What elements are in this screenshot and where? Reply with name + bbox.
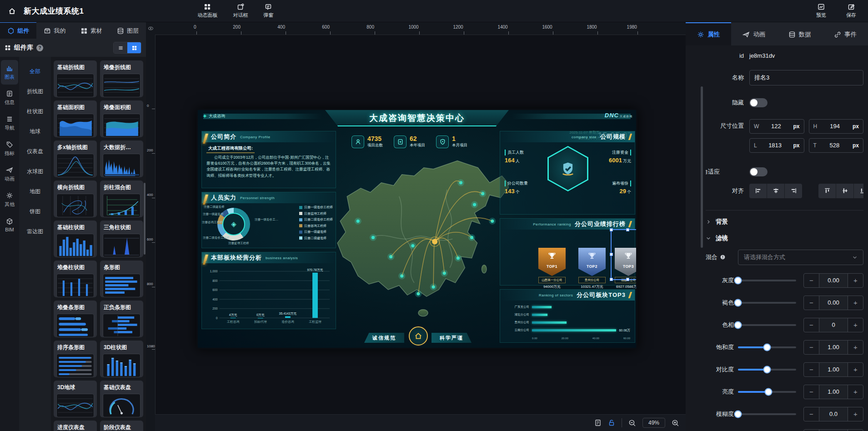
plus-button[interactable]: + (848, 407, 863, 421)
unlock-icon[interactable] (608, 419, 615, 426)
zoom-level[interactable]: 49% (642, 418, 665, 428)
selection-handle[interactable] (610, 253, 613, 256)
component-card-横向折线图[interactable]: 横向折线图 (54, 180, 97, 217)
minus-button[interactable]: − (804, 363, 819, 376)
component-card-堆叠条形图[interactable]: 堆叠条形图 (54, 301, 97, 337)
component-card-基础柱状图[interactable]: 基础柱状图 (54, 221, 97, 257)
left-tab-素材[interactable]: 素材 (73, 22, 110, 39)
plus-button[interactable]: + (848, 363, 863, 376)
minus-button[interactable]: − (804, 407, 819, 421)
minus-button[interactable]: − (804, 318, 819, 332)
plus-button[interactable]: + (848, 274, 863, 287)
component-card-大数据折…[interactable]: 大数据折… (100, 140, 143, 177)
height-field[interactable]: H194px (809, 119, 864, 134)
zoom-in-icon[interactable] (672, 419, 679, 427)
hide-toggle[interactable] (749, 98, 768, 107)
zoom-out-icon[interactable] (628, 419, 636, 427)
subcategory-饼图[interactable]: 饼图 (19, 201, 51, 221)
灰度-slider[interactable] (738, 280, 796, 281)
right-panel-scrollbar[interactable] (701, 86, 703, 248)
selection-box[interactable] (611, 229, 637, 280)
rank-card-TOP2[interactable]: TOP2 贵州分公司10321.47万元 (578, 248, 606, 289)
selection-handle[interactable] (626, 228, 629, 231)
subcategory-水球图[interactable]: 水球图 (19, 161, 51, 181)
component-card-堆叠柱状图[interactable]: 堆叠柱状图 (54, 261, 97, 297)
category-动画[interactable]: 动画 (1, 162, 18, 186)
selection-handle[interactable] (610, 278, 613, 281)
category-导航[interactable]: 导航 (1, 111, 18, 135)
left-tab-图层[interactable]: 图层 (110, 22, 146, 39)
灰度-value[interactable]: 0.00 (819, 274, 848, 287)
autoheight-toggle[interactable] (749, 167, 768, 176)
component-card-基础折线图[interactable]: 基础折线图 (54, 60, 97, 97)
饱和度-value[interactable]: 1.00 (819, 341, 848, 354)
align-right-button[interactable] (785, 184, 802, 198)
plus-button[interactable]: + (848, 385, 863, 399)
透明度-value[interactable]: 1.00 (819, 430, 848, 431)
褐色-value[interactable]: 0.00 (819, 296, 848, 310)
minus-button[interactable]: − (804, 296, 819, 310)
subcategory-折线图[interactable]: 折线图 (19, 81, 51, 101)
help-icon[interactable] (36, 45, 43, 51)
right-tab-属性[interactable]: 属性 (686, 22, 731, 45)
褐色-slider[interactable] (738, 302, 796, 304)
subcategory-全部[interactable]: 全部 (19, 61, 51, 81)
selection-handle[interactable] (626, 278, 629, 281)
component-card-正负条形图[interactable]: 正负条形图 (100, 301, 143, 337)
background-section[interactable]: 背景 (706, 218, 863, 226)
subcategory-地球[interactable]: 地球 (19, 121, 51, 141)
component-card-3D柱状图[interactable]: 3D柱状图 (100, 341, 143, 377)
action-save[interactable]: 保存 (846, 3, 856, 19)
category-信息[interactable]: 信息 (1, 85, 18, 110)
left-tab-组件[interactable]: 组件 (0, 22, 36, 39)
饱和度-slider[interactable] (738, 346, 796, 348)
色相-value[interactable]: 0 (819, 318, 848, 332)
left-panel-scrollbar[interactable] (144, 183, 146, 255)
left-tab-我的[interactable]: 我的 (36, 22, 73, 39)
对比度-slider[interactable] (738, 369, 796, 371)
色相-slider[interactable] (738, 324, 796, 326)
name-input[interactable] (749, 70, 863, 85)
home-button[interactable] (0, 0, 24, 22)
plus-button[interactable]: + (848, 341, 863, 354)
minus-button[interactable]: − (804, 341, 819, 354)
plus-button[interactable]: + (848, 430, 863, 431)
component-card-堆叠折线图[interactable]: 堆叠折线图 (100, 60, 143, 97)
component-card-排序条形图[interactable]: 排序条形图 (54, 341, 97, 377)
对比度-value[interactable]: 1.00 (819, 363, 848, 376)
align-left-button[interactable] (749, 184, 767, 198)
toolbar-grid4[interactable]: 动态面板 (197, 3, 217, 19)
align-center-h-button[interactable] (767, 184, 785, 198)
blend-select[interactable]: 请选择混合方式 (738, 250, 863, 265)
right-tab-事件[interactable]: 事件 (823, 22, 868, 45)
minus-button[interactable]: − (804, 430, 819, 431)
category-BIM[interactable]: BIM (1, 213, 18, 237)
ruler-corner[interactable] (146, 22, 155, 35)
component-card-三角柱状图[interactable]: 三角柱状图 (100, 221, 143, 257)
list-view-button[interactable] (114, 42, 127, 53)
component-card-基础面积图[interactable]: 基础面积图 (54, 100, 97, 137)
action-preview[interactable]: 预览 (816, 3, 826, 19)
canvas-area[interactable]: 0200400600800100012001400160018001980 02… (146, 22, 686, 431)
left-field[interactable]: L1813px (749, 138, 804, 153)
align-bottom-button[interactable] (854, 184, 863, 198)
minus-button[interactable]: − (804, 385, 819, 399)
亮度-value[interactable]: 1.00 (819, 385, 848, 399)
filter-section[interactable]: 滤镜 (706, 234, 863, 242)
category-图表[interactable]: 图表 (1, 60, 18, 85)
component-card-堆叠面积图[interactable]: 堆叠面积图 (100, 100, 143, 137)
right-tab-动画[interactable]: 动画 (731, 22, 777, 45)
component-card-阶段仪表盘[interactable]: 阶段仪表盘 (100, 421, 143, 431)
模糊度-value[interactable]: 0.0 (819, 407, 848, 421)
component-card-3D地球[interactable]: 3D地球 (54, 381, 97, 417)
亮度-slider[interactable] (738, 391, 796, 393)
category-指标[interactable]: 指标 (1, 136, 18, 161)
plus-button[interactable]: + (848, 318, 863, 332)
align-middle-v-button[interactable] (836, 184, 854, 198)
component-card-条形图[interactable]: 条形图 (100, 261, 143, 297)
toolbar-popup[interactable]: 弹窗 (263, 3, 273, 19)
模糊度-slider[interactable] (738, 413, 796, 415)
rank-card-TOP1[interactable]: TOP1 山西第一分公司94000万元 (538, 248, 566, 289)
minus-button[interactable]: − (804, 274, 819, 287)
grid-view-button[interactable] (127, 42, 141, 53)
